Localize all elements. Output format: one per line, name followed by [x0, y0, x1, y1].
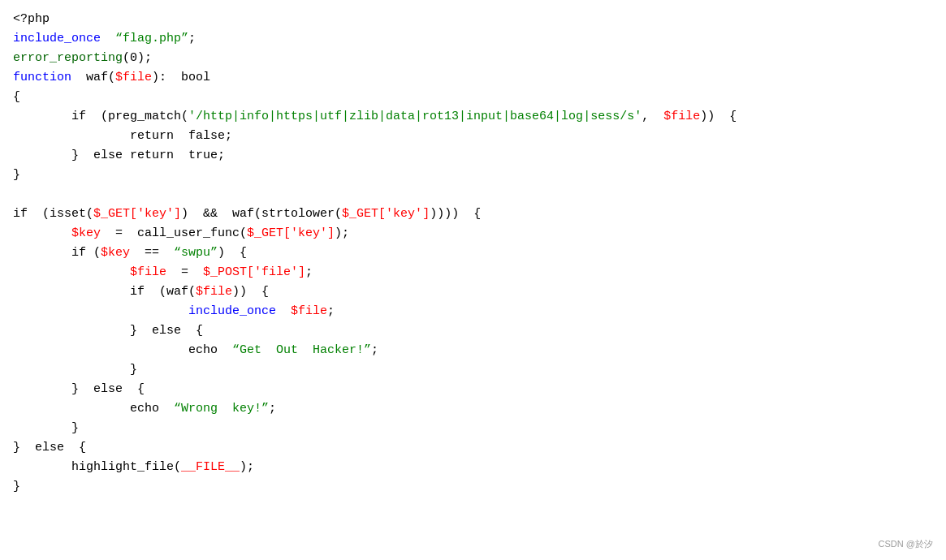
- code-token: $file: [663, 110, 700, 123]
- code-line: $file = $_POST['file'];: [13, 263, 933, 282]
- code-token: error_reporting: [13, 51, 123, 65]
- code-line: if (waf($file)) {: [13, 282, 933, 302]
- code-token: waf(: [71, 71, 115, 84]
- code-token: [101, 32, 115, 45]
- code-token: = call_user_func(: [101, 226, 247, 240]
- code-token: [13, 226, 71, 240]
- code-line: }: [13, 360, 933, 380]
- code-token: if (waf(: [13, 285, 196, 299]
- code-token: ;: [305, 265, 313, 279]
- code-token: $file: [130, 265, 166, 279]
- code-token: (0): [123, 51, 145, 65]
- code-container: <?phpinclude_once “flag.php”;error_repor…: [0, 0, 946, 560]
- code-token: $key: [101, 246, 130, 260]
- code-token: ;: [225, 129, 232, 143]
- code-token: $_GET['key']: [247, 226, 335, 240]
- code-line: {: [13, 88, 933, 107]
- code-line: }: [13, 166, 933, 185]
- code-token: ;: [188, 32, 196, 45]
- code-token: $file: [291, 304, 327, 318]
- code-token: {: [13, 90, 20, 104]
- code-line: } else return true;: [13, 146, 933, 166]
- code-token: } else {: [13, 324, 203, 338]
- code-token: “flag.php”: [115, 32, 188, 45]
- code-line: $key = call_user_func($_GET['key']);: [13, 224, 933, 243]
- code-line: <?php: [13, 10, 933, 29]
- code-token: [13, 265, 130, 279]
- code-token: )) {: [232, 285, 269, 299]
- code-token: ) {: [218, 246, 247, 260]
- code-token: =: [166, 265, 203, 279]
- code-line: return false;: [13, 127, 933, 146]
- code-token: return false: [13, 129, 225, 143]
- code-line: error_reporting(0);: [13, 49, 933, 68]
- code-token: ) && waf(strtolower(: [181, 207, 342, 221]
- code-token: );: [240, 460, 254, 474]
- code-token: if (: [13, 246, 101, 260]
- code-line: include_once “flag.php”;: [13, 29, 933, 49]
- code-token: echo: [13, 343, 232, 357]
- code-token: ;: [269, 402, 276, 416]
- code-token: function: [13, 71, 71, 84]
- code-line: }: [13, 477, 933, 497]
- code-token: ;: [371, 343, 378, 357]
- code-token: )) {: [700, 110, 736, 123]
- code-token: }: [13, 480, 20, 493]
- code-token: }: [13, 168, 20, 182]
- code-line: }: [13, 419, 933, 438]
- code-token: )))) {: [430, 207, 481, 221]
- code-token: ;: [218, 149, 225, 162]
- watermark: CSDN @於汐: [879, 537, 933, 552]
- code-token: highlight_file(: [13, 460, 181, 474]
- code-line: function waf($file): bool: [13, 68, 933, 88]
- code-token: $file: [115, 71, 152, 84]
- code-line: if (preg_match('/http|info|https|utf|zli…: [13, 107, 933, 127]
- code-token: “swpu”: [174, 246, 218, 260]
- code-token: ;: [145, 51, 152, 65]
- code-token: } else {: [13, 441, 86, 454]
- code-token: $_GET['key']: [93, 207, 181, 221]
- code-token: '/http|info|https|utf|zlib|data|rot13|in…: [188, 110, 641, 123]
- code-token: $_POST['file']: [203, 265, 305, 279]
- code-token: “Wrong key!”: [174, 402, 269, 416]
- code-token: } else {: [13, 382, 145, 396]
- code-line: highlight_file(__FILE__);: [13, 458, 933, 477]
- code-token: ): bool: [152, 71, 210, 84]
- code-line: echo “Wrong key!”;: [13, 399, 933, 419]
- code-token: }: [13, 421, 79, 435]
- code-line: } else {: [13, 321, 933, 341]
- code-token: if (preg_match(: [13, 110, 188, 123]
- code-token: ,: [641, 110, 663, 123]
- code-line: echo “Get Out Hacker!”;: [13, 341, 933, 360]
- code-token: $file: [196, 285, 232, 299]
- code-token: ==: [130, 246, 174, 260]
- code-token: include_once: [13, 32, 101, 45]
- code-token: $key: [71, 226, 101, 240]
- code-token: }: [13, 363, 137, 377]
- code-line: if (isset($_GET['key']) && waf(strtolowe…: [13, 205, 933, 224]
- code-block: <?phpinclude_once “flag.php”;error_repor…: [13, 10, 933, 497]
- code-line: [13, 185, 933, 205]
- code-token: echo: [13, 402, 174, 416]
- code-token: include_once: [13, 304, 291, 318]
- code-line: } else {: [13, 438, 933, 458]
- code-token: <?php: [13, 12, 50, 26]
- code-token: if (isset(: [13, 207, 93, 221]
- code-line: if ($key == “swpu”) {: [13, 243, 933, 263]
- code-token: } else return true: [13, 149, 218, 162]
- code-token: “Get Out Hacker!”: [232, 343, 371, 357]
- code-line: } else {: [13, 380, 933, 399]
- code-token: $_GET['key']: [342, 207, 430, 221]
- code-line: include_once $file;: [13, 302, 933, 321]
- code-token: );: [335, 226, 349, 240]
- code-token: ;: [327, 304, 335, 318]
- code-token: __FILE__: [181, 460, 240, 474]
